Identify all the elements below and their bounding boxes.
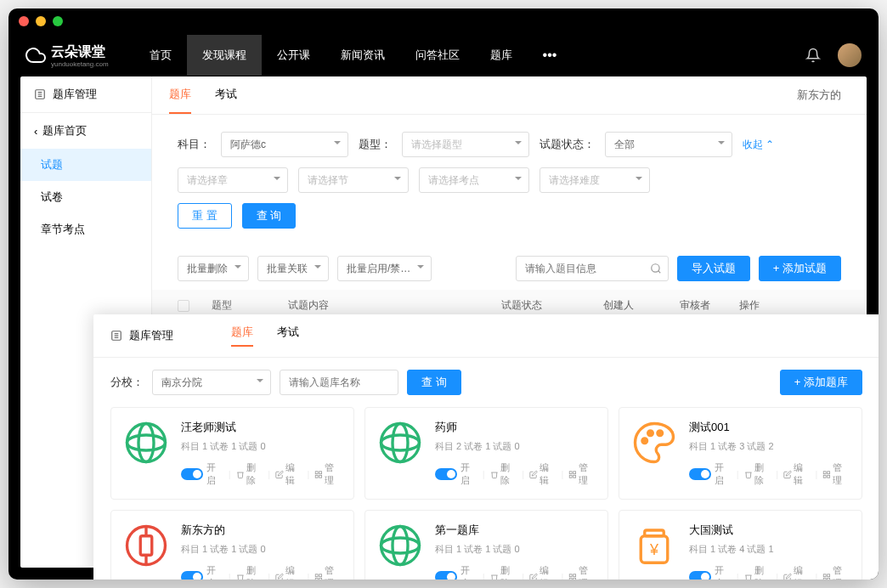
sidebar-item-questions[interactable]: 试题 [20, 149, 151, 181]
nav-home[interactable]: 首页 [134, 35, 187, 76]
nav-public[interactable]: 公开课 [262, 35, 325, 76]
svg-rect-51 [828, 578, 830, 580]
bell-icon[interactable] [805, 48, 821, 63]
toggle-switch[interactable] [435, 468, 457, 480]
card-delete[interactable]: 删除 [236, 564, 263, 580]
branch-select[interactable]: 南京分院 [152, 370, 271, 395]
top-nav: 云朵课堂 yunduoketang.com 首页 发现课程 公开课 新闻资讯 问… [8, 34, 879, 76]
add-bank-button[interactable]: + 添加题库 [780, 370, 862, 395]
logo-text: 云朵课堂 [51, 44, 105, 59]
import-button[interactable]: 导入试题 [677, 256, 750, 281]
overlay-tab-bank[interactable]: 题库 [231, 325, 253, 347]
section-select[interactable]: 请选择节 [298, 167, 409, 193]
batch-enable-select[interactable]: 批量启用/禁… [337, 256, 432, 281]
app-window: 云朵课堂 yunduoketang.com 首页 发现课程 公开课 新闻资讯 问… [8, 8, 879, 580]
status-label: 试题状态： [540, 137, 595, 152]
bank-card[interactable]: 药师 科目 2 试卷 1 试题 0 开启 | 删除 | 编辑 | 管理 [364, 407, 608, 500]
close-icon[interactable] [19, 16, 29, 26]
svg-rect-23 [570, 475, 573, 478]
logo[interactable]: 云朵课堂 yunduoketang.com [25, 43, 109, 68]
toggle-switch[interactable] [689, 468, 711, 480]
batch-delete-select[interactable]: 批量删除 [178, 256, 249, 281]
tab-exam[interactable]: 考试 [215, 76, 237, 114]
card-title: 新东方的 [181, 523, 342, 538]
search-input[interactable] [516, 256, 669, 281]
difficulty-select[interactable]: 请选择难度 [540, 167, 650, 193]
svg-rect-27 [824, 471, 827, 473]
svg-rect-16 [316, 475, 319, 478]
nav-news[interactable]: 新闻资讯 [325, 35, 400, 76]
reset-button[interactable]: 重 置 [178, 203, 232, 229]
bank-card[interactable]: 汪老师测试 科目 1 试卷 1 试题 0 开启 | 删除 | 编辑 | 管理 [110, 407, 354, 500]
svg-rect-30 [824, 475, 827, 478]
edit-icon [275, 573, 284, 580]
type-label: 题型： [359, 137, 392, 152]
tab-bank[interactable]: 题库 [169, 76, 191, 114]
minimize-icon[interactable] [36, 16, 46, 26]
toggle-switch[interactable] [435, 571, 457, 580]
sidebar-back[interactable]: ‹ 题库首页 [20, 113, 151, 149]
svg-rect-36 [319, 574, 322, 576]
card-edit[interactable]: 编辑 [529, 461, 556, 487]
toggle-switch[interactable] [181, 571, 203, 580]
card-icon [377, 420, 423, 466]
sidebar-back-label: 题库首页 [42, 123, 87, 139]
content-tabs: 题库 考试 新东方的 [152, 76, 867, 115]
avatar[interactable] [838, 43, 862, 67]
collapse-link[interactable]: 收起 ⌃ [743, 138, 774, 152]
card-edit[interactable]: 编辑 [529, 564, 556, 580]
toggle-switch[interactable] [689, 571, 711, 580]
bank-card[interactable]: 第一题库 科目 1 试卷 1 试题 0 开启 | 删除 | 编辑 | 管理 [364, 510, 608, 580]
toggle-label: 开启 [206, 461, 223, 487]
grid-icon [314, 470, 323, 479]
card-icon [123, 420, 169, 466]
card-delete[interactable]: 删除 [490, 461, 517, 487]
bank-card[interactable]: 新东方的 科目 1 试卷 1 试题 0 开启 | 删除 | 编辑 | 管理 [110, 510, 354, 580]
card-manage[interactable]: 管理 [314, 461, 342, 487]
sidebar-item-papers[interactable]: 试卷 [20, 181, 151, 213]
card-edit[interactable]: 编辑 [275, 564, 302, 580]
subject-select[interactable]: 阿萨德c [221, 132, 348, 157]
status-select[interactable]: 全部 [605, 132, 732, 157]
card-edit[interactable]: 编辑 [783, 461, 811, 487]
card-delete[interactable]: 删除 [744, 564, 771, 580]
card-manage[interactable]: 管理 [822, 564, 850, 580]
add-question-button[interactable]: + 添加试题 [759, 256, 841, 281]
nav-bank[interactable]: 题库 [475, 35, 528, 76]
bank-card[interactable]: 测试001 科目 1 试卷 3 试题 2 开启 | 删除 | 编辑 | 管理 [619, 407, 862, 500]
card-delete[interactable]: 删除 [490, 564, 517, 580]
trash-icon [744, 470, 753, 479]
card-manage[interactable]: 管理 [314, 564, 342, 580]
card-edit[interactable]: 编辑 [783, 564, 811, 580]
card-manage[interactable]: 管理 [568, 461, 596, 487]
point-select[interactable]: 请选择考点 [419, 167, 529, 193]
toggle-switch[interactable] [181, 468, 203, 480]
card-edit[interactable]: 编辑 [275, 461, 302, 487]
nav-discover[interactable]: 发现课程 [187, 35, 262, 76]
bank-card[interactable]: ¥ 大国测试 科目 1 试卷 4 试题 1 开启 | 删除 | 编辑 | 管理 [619, 510, 862, 580]
toggle-label: 开启 [460, 461, 477, 487]
svg-rect-29 [828, 475, 830, 478]
card-manage[interactable]: 管理 [822, 461, 850, 487]
chapter-select[interactable]: 请选择章 [178, 167, 288, 193]
card-delete[interactable]: 删除 [744, 461, 771, 487]
svg-rect-50 [828, 574, 830, 576]
overlay-tab-exam[interactable]: 考试 [277, 325, 299, 347]
toggle-label: 开启 [715, 461, 732, 487]
type-select[interactable]: 请选择题型 [402, 132, 529, 157]
query-button[interactable]: 查 询 [242, 203, 297, 229]
sidebar-item-chapters[interactable]: 章节考点 [20, 213, 151, 246]
edit-icon [275, 470, 284, 479]
card-manage[interactable]: 管理 [568, 564, 596, 580]
batch-relate-select[interactable]: 批量关联 [257, 256, 329, 281]
maximize-icon[interactable] [53, 16, 63, 26]
search-wrap [516, 256, 669, 281]
card-delete[interactable]: 删除 [236, 461, 263, 487]
nav-qa[interactable]: 问答社区 [400, 35, 475, 76]
select-all-checkbox[interactable] [178, 300, 189, 312]
bank-search-input[interactable] [280, 370, 398, 395]
nav-more[interactable]: ••• [528, 35, 573, 76]
svg-rect-47 [645, 530, 664, 536]
svg-rect-35 [316, 574, 319, 576]
overlay-query-button[interactable]: 查 询 [407, 370, 461, 395]
